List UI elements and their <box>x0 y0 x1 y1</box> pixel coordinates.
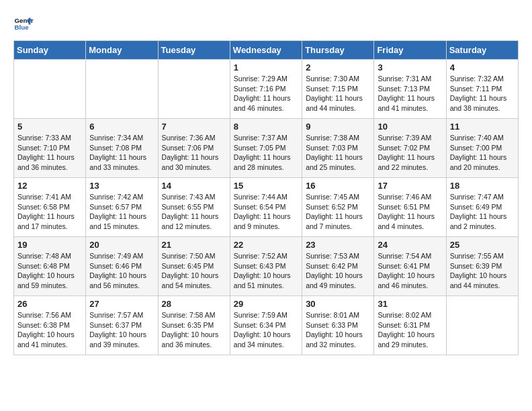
day-info: Sunrise: 7:57 AM Sunset: 6:37 PM Dayligh… <box>89 310 154 350</box>
calendar-week-row: 12Sunrise: 7:41 AM Sunset: 6:58 PM Dayli… <box>14 178 519 237</box>
calendar-cell: 25Sunrise: 7:55 AM Sunset: 6:39 PM Dayli… <box>446 237 518 296</box>
logo: General Blue <box>13 13 38 34</box>
calendar-cell: 16Sunrise: 7:45 AM Sunset: 6:52 PM Dayli… <box>302 178 374 237</box>
calendar-cell: 21Sunrise: 7:50 AM Sunset: 6:45 PM Dayli… <box>158 237 230 296</box>
day-info: Sunrise: 8:01 AM Sunset: 6:33 PM Dayligh… <box>306 310 370 350</box>
day-info: Sunrise: 7:47 AM Sunset: 6:49 PM Dayligh… <box>450 192 515 232</box>
calendar-cell: 5Sunrise: 7:33 AM Sunset: 7:10 PM Daylig… <box>14 119 86 178</box>
day-number: 28 <box>162 299 226 309</box>
day-number: 15 <box>234 181 298 191</box>
calendar-table: SundayMondayTuesdayWednesdayThursdayFrid… <box>13 40 519 355</box>
day-info: Sunrise: 7:55 AM Sunset: 6:39 PM Dayligh… <box>450 251 515 291</box>
logo-icon: General Blue <box>13 13 34 34</box>
day-info: Sunrise: 7:49 AM Sunset: 6:46 PM Dayligh… <box>89 251 154 291</box>
day-number: 7 <box>162 122 226 132</box>
day-number: 24 <box>378 240 442 250</box>
day-info: Sunrise: 7:52 AM Sunset: 6:43 PM Dayligh… <box>234 251 298 291</box>
day-number: 31 <box>378 299 442 309</box>
day-info: Sunrise: 8:02 AM Sunset: 6:31 PM Dayligh… <box>378 310 442 350</box>
calendar-cell: 23Sunrise: 7:53 AM Sunset: 6:42 PM Dayli… <box>302 237 374 296</box>
day-number: 25 <box>450 240 515 250</box>
calendar-cell: 26Sunrise: 7:56 AM Sunset: 6:38 PM Dayli… <box>14 296 86 355</box>
day-number: 13 <box>89 181 154 191</box>
column-header-monday: Monday <box>86 41 158 60</box>
day-number: 16 <box>306 181 370 191</box>
day-number: 2 <box>306 62 370 73</box>
day-info: Sunrise: 7:46 AM Sunset: 6:51 PM Dayligh… <box>378 192 442 232</box>
calendar-cell: 14Sunrise: 7:43 AM Sunset: 6:55 PM Dayli… <box>158 178 230 237</box>
day-number: 18 <box>450 181 515 191</box>
calendar-cell: 8Sunrise: 7:37 AM Sunset: 7:05 PM Daylig… <box>230 119 302 178</box>
calendar-header-row: SundayMondayTuesdayWednesdayThursdayFrid… <box>14 41 519 60</box>
day-number: 14 <box>162 181 226 191</box>
day-number: 20 <box>89 240 154 250</box>
calendar-cell: 9Sunrise: 7:38 AM Sunset: 7:03 PM Daylig… <box>302 119 374 178</box>
column-header-wednesday: Wednesday <box>230 41 302 60</box>
calendar-cell: 12Sunrise: 7:41 AM Sunset: 6:58 PM Dayli… <box>14 178 86 237</box>
day-info: Sunrise: 7:29 AM Sunset: 7:16 PM Dayligh… <box>234 74 298 113</box>
calendar-cell <box>446 296 518 355</box>
calendar-cell: 15Sunrise: 7:44 AM Sunset: 6:54 PM Dayli… <box>230 178 302 237</box>
day-number: 23 <box>306 240 370 250</box>
day-info: Sunrise: 7:44 AM Sunset: 6:54 PM Dayligh… <box>234 192 298 232</box>
calendar-cell: 22Sunrise: 7:52 AM Sunset: 6:43 PM Dayli… <box>230 237 302 296</box>
calendar-cell: 20Sunrise: 7:49 AM Sunset: 6:46 PM Dayli… <box>86 237 158 296</box>
day-info: Sunrise: 7:43 AM Sunset: 6:55 PM Dayligh… <box>162 192 226 232</box>
day-info: Sunrise: 7:45 AM Sunset: 6:52 PM Dayligh… <box>306 192 370 232</box>
day-number: 6 <box>89 122 154 132</box>
day-info: Sunrise: 7:38 AM Sunset: 7:03 PM Dayligh… <box>306 133 370 173</box>
day-number: 26 <box>17 299 82 309</box>
day-number: 30 <box>306 299 370 309</box>
day-number: 21 <box>162 240 226 250</box>
day-info: Sunrise: 7:36 AM Sunset: 7:06 PM Dayligh… <box>162 133 226 173</box>
calendar-cell: 10Sunrise: 7:39 AM Sunset: 7:02 PM Dayli… <box>374 119 446 178</box>
calendar-cell: 4Sunrise: 7:32 AM Sunset: 7:11 PM Daylig… <box>446 60 518 119</box>
day-info: Sunrise: 7:34 AM Sunset: 7:08 PM Dayligh… <box>89 133 154 173</box>
calendar-cell: 17Sunrise: 7:46 AM Sunset: 6:51 PM Dayli… <box>374 178 446 237</box>
day-info: Sunrise: 7:37 AM Sunset: 7:05 PM Dayligh… <box>234 133 298 173</box>
day-info: Sunrise: 7:32 AM Sunset: 7:11 PM Dayligh… <box>450 74 515 113</box>
column-header-sunday: Sunday <box>14 41 86 60</box>
day-info: Sunrise: 7:41 AM Sunset: 6:58 PM Dayligh… <box>17 192 82 232</box>
day-info: Sunrise: 7:40 AM Sunset: 7:00 PM Dayligh… <box>450 133 515 173</box>
calendar-cell <box>158 60 230 119</box>
calendar-week-row: 26Sunrise: 7:56 AM Sunset: 6:38 PM Dayli… <box>14 296 519 355</box>
day-number: 11 <box>450 122 515 132</box>
day-info: Sunrise: 7:31 AM Sunset: 7:13 PM Dayligh… <box>378 74 442 113</box>
calendar-cell <box>86 60 158 119</box>
day-info: Sunrise: 7:59 AM Sunset: 6:34 PM Dayligh… <box>234 310 298 350</box>
calendar-week-row: 19Sunrise: 7:48 AM Sunset: 6:48 PM Dayli… <box>14 237 519 296</box>
page-header: General Blue <box>13 13 519 34</box>
day-info: Sunrise: 7:30 AM Sunset: 7:15 PM Dayligh… <box>306 74 370 113</box>
day-number: 19 <box>17 240 82 250</box>
calendar-cell: 6Sunrise: 7:34 AM Sunset: 7:08 PM Daylig… <box>86 119 158 178</box>
day-number: 4 <box>450 62 515 73</box>
day-info: Sunrise: 7:53 AM Sunset: 6:42 PM Dayligh… <box>306 251 370 291</box>
calendar-cell: 7Sunrise: 7:36 AM Sunset: 7:06 PM Daylig… <box>158 119 230 178</box>
day-number: 27 <box>89 299 154 309</box>
calendar-cell: 29Sunrise: 7:59 AM Sunset: 6:34 PM Dayli… <box>230 296 302 355</box>
day-number: 12 <box>17 181 82 191</box>
day-info: Sunrise: 7:56 AM Sunset: 6:38 PM Dayligh… <box>17 310 82 350</box>
svg-text:Blue: Blue <box>15 24 30 31</box>
day-info: Sunrise: 7:50 AM Sunset: 6:45 PM Dayligh… <box>162 251 226 291</box>
day-number: 10 <box>378 122 442 132</box>
day-info: Sunrise: 7:54 AM Sunset: 6:41 PM Dayligh… <box>378 251 442 291</box>
calendar-cell: 24Sunrise: 7:54 AM Sunset: 6:41 PM Dayli… <box>374 237 446 296</box>
day-info: Sunrise: 7:48 AM Sunset: 6:48 PM Dayligh… <box>17 251 82 291</box>
day-info: Sunrise: 7:39 AM Sunset: 7:02 PM Dayligh… <box>378 133 442 173</box>
calendar-cell: 1Sunrise: 7:29 AM Sunset: 7:16 PM Daylig… <box>230 60 302 119</box>
calendar-cell <box>14 60 86 119</box>
calendar-cell: 13Sunrise: 7:42 AM Sunset: 6:57 PM Dayli… <box>86 178 158 237</box>
calendar-cell: 18Sunrise: 7:47 AM Sunset: 6:49 PM Dayli… <box>446 178 518 237</box>
day-number: 5 <box>17 122 82 132</box>
day-info: Sunrise: 7:33 AM Sunset: 7:10 PM Dayligh… <box>17 133 82 173</box>
column-header-tuesday: Tuesday <box>158 41 230 60</box>
calendar-cell: 28Sunrise: 7:58 AM Sunset: 6:35 PM Dayli… <box>158 296 230 355</box>
column-header-saturday: Saturday <box>446 41 518 60</box>
calendar-cell: 19Sunrise: 7:48 AM Sunset: 6:48 PM Dayli… <box>14 237 86 296</box>
calendar-cell: 3Sunrise: 7:31 AM Sunset: 7:13 PM Daylig… <box>374 60 446 119</box>
day-number: 29 <box>234 299 298 309</box>
day-number: 22 <box>234 240 298 250</box>
day-number: 17 <box>378 181 442 191</box>
